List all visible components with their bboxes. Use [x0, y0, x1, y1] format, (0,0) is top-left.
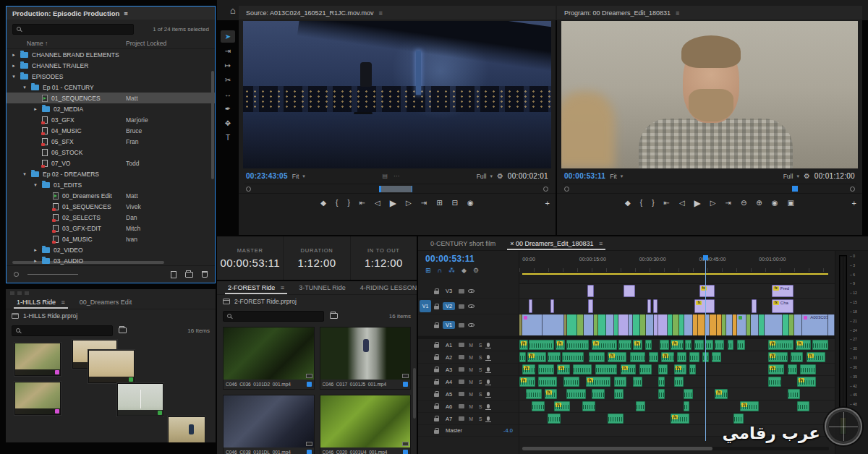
track-lane[interactable]: fxfxfxfxfxfxfx	[519, 339, 835, 351]
sequence-tab-00-dreamers-edit-180831[interactable]: × 00 Dreamers_Edit_180831 ≡	[503, 238, 609, 250]
track-header[interactable]: A6MS	[418, 401, 519, 413]
audio-clip[interactable]	[788, 389, 800, 399]
timeline-timecode[interactable]: 00:00:53:11	[418, 251, 519, 264]
extract-button[interactable]: ⊕	[756, 199, 762, 207]
chevron-down-icon[interactable]: ▾	[33, 182, 38, 188]
chevron-down-icon[interactable]: ▾	[22, 85, 27, 90]
bin-tree-row[interactable]: 05_SFXFran	[7, 136, 215, 147]
track-header[interactable]: A2MS	[418, 351, 519, 364]
pen-tool[interactable]: ✒	[221, 103, 235, 115]
step-forward-button[interactable]: ▷	[710, 199, 716, 207]
audio-clip[interactable]: fx	[671, 414, 689, 424]
timeline-ruler[interactable]: 00:0000:00:15:0000:00:30:0000:00:45:0000…	[519, 251, 835, 284]
track-name-master[interactable]: Master	[443, 427, 465, 434]
audio-clip[interactable]	[529, 340, 554, 350]
bin-tree-row[interactable]: 07_VOTodd	[7, 158, 215, 168]
play-button[interactable]: ▶	[390, 198, 396, 208]
track-lane[interactable]: fxfxfxfxfx	[519, 351, 835, 364]
bin-tree-row[interactable]: 01_SEQUENCESVivek	[7, 201, 215, 212]
mute-button[interactable]: M	[468, 355, 474, 360]
tab-4-riding-lesson[interactable]: 4-RIDING LESSON	[354, 282, 417, 294]
column-name[interactable]: Name ↑	[27, 40, 48, 47]
slip-tool[interactable]: ↔	[221, 88, 235, 100]
timeline-clip[interactable]	[587, 285, 595, 297]
bin-up-icon[interactable]	[119, 327, 127, 333]
sync-lock-icon[interactable]	[459, 380, 464, 384]
panel-menu-icon[interactable]: ≡	[124, 9, 128, 17]
timeline-clip[interactable]	[594, 314, 599, 335]
bin-tree-row[interactable]: 01_SEQUENCESMatt	[7, 93, 215, 103]
audio-clip[interactable]	[728, 340, 734, 350]
solo-button[interactable]: S	[477, 392, 483, 397]
project-file-name[interactable]: 2-FOREST Ride.prproj	[234, 298, 297, 305]
add-marker-button[interactable]: ◆	[320, 199, 326, 207]
timeline-clip[interactable]	[522, 314, 542, 335]
more-icon[interactable]: ⋯	[393, 173, 399, 179]
panel-menu-icon[interactable]: ≡	[676, 9, 679, 17]
lock-icon[interactable]	[434, 381, 439, 385]
tab-menu-icon[interactable]: ≡	[59, 299, 65, 306]
bin-tree-row[interactable]: 03_GFX-EDITMitch	[7, 223, 215, 234]
audio-clip[interactable]	[618, 340, 631, 350]
timeline-clip[interactable]	[794, 314, 802, 335]
program-resolution-dropdown[interactable]: Full▾	[783, 173, 799, 180]
audio-clip[interactable]	[684, 389, 693, 399]
bin-tree-row[interactable]: ▸02_MEDIA	[7, 103, 215, 114]
audio-clip[interactable]	[660, 340, 669, 350]
source-fit-dropdown[interactable]: Fit▾	[292, 173, 305, 180]
mark-in-button[interactable]: {	[640, 199, 642, 207]
timeline-clip[interactable]	[584, 314, 593, 335]
track-select-tool[interactable]: ⇥	[221, 45, 235, 57]
tab-1-hills-ride[interactable]: 1-HILLS Ride ≡	[10, 296, 72, 309]
track-name-a3[interactable]: A3	[443, 366, 455, 374]
bin-tree-row[interactable]: ▾Ep 01 - CENTURY	[7, 82, 215, 93]
audio-clip[interactable]: fx	[671, 340, 683, 350]
usage-badge[interactable]	[403, 450, 408, 454]
mark-in-button[interactable]: {	[336, 199, 338, 207]
tab-00-dreamers-edit[interactable]: 00_Dreamers Edit	[73, 296, 139, 309]
audio-clip[interactable]: fx	[674, 364, 686, 374]
timeline-clip[interactable]	[567, 314, 576, 335]
insert-button[interactable]: ⊞	[436, 199, 442, 207]
track-target-v1[interactable]: V1	[443, 321, 455, 329]
track-header[interactable]: A3MS	[418, 364, 519, 376]
sync-lock-icon[interactable]	[459, 289, 464, 294]
clip-thumbnail[interactable]	[14, 343, 61, 376]
audio-clip[interactable]	[712, 352, 721, 362]
tab-menu-icon[interactable]: ≡	[278, 284, 284, 291]
clip-thumbnail[interactable]	[117, 383, 163, 416]
bin-tree-row[interactable]: ▸03_AUDIO	[7, 255, 215, 265]
timeline-clip[interactable]	[640, 314, 646, 335]
timeline-clip[interactable]	[588, 299, 593, 313]
track-name-a6[interactable]: A6	[443, 403, 455, 411]
audio-clip[interactable]	[526, 389, 542, 399]
audio-clip[interactable]	[562, 352, 584, 362]
search-input[interactable]	[223, 311, 324, 322]
audio-clip[interactable]	[519, 352, 526, 362]
track-header[interactable]: V3	[418, 284, 519, 299]
timeline-clip[interactable]: fxFred	[772, 285, 794, 297]
audio-clip[interactable]	[595, 364, 618, 374]
search-input[interactable]	[12, 24, 134, 35]
zoom-slider-handle[interactable]	[14, 272, 19, 277]
track-header[interactable]: A4MS	[418, 376, 519, 388]
audio-clip[interactable]	[658, 389, 665, 399]
audio-clip[interactable]	[573, 364, 592, 374]
track-output-eye-icon[interactable]	[468, 289, 475, 293]
lock-icon[interactable]	[434, 356, 439, 360]
timeline-clip[interactable]: A003C030	[802, 314, 828, 335]
timeline-clip[interactable]	[684, 314, 693, 335]
audio-clip[interactable]: fx	[621, 364, 637, 374]
new-bin-icon[interactable]	[185, 272, 193, 278]
step-back-button[interactable]: ◁	[375, 199, 380, 207]
audio-clip[interactable]	[614, 389, 624, 399]
timeline-clip[interactable]	[733, 314, 738, 335]
audio-clip[interactable]	[645, 340, 652, 350]
go-to-in-button[interactable]: ⇤	[359, 199, 365, 207]
timeline-clip[interactable]	[668, 314, 673, 335]
source-current-timecode[interactable]: 00:23:43:05	[246, 172, 288, 180]
track-name-a5[interactable]: A5	[443, 390, 455, 398]
button-editor-plus[interactable]: +	[545, 199, 550, 207]
bin-tree-row[interactable]: 04_MUSICBruce	[7, 125, 215, 136]
audio-clip[interactable]: fx	[797, 377, 816, 387]
